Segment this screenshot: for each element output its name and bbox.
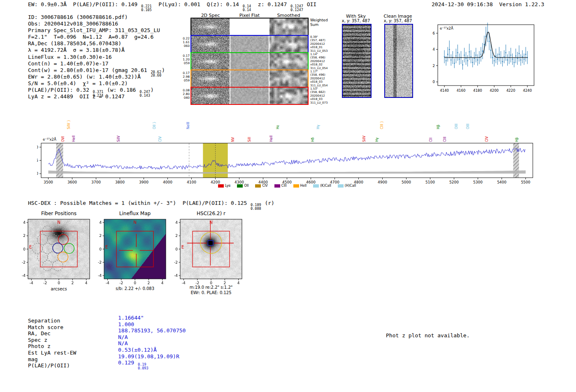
emission-line-label: HeII [269, 135, 273, 142]
cutout-image-smooth [269, 53, 308, 70]
data-point [499, 54, 500, 55]
cutout-row-left-values: 0.171.20059 [181, 54, 190, 65]
data-point [492, 57, 493, 58]
emission-line-label: OIII [455, 124, 458, 129]
emission-line-label: HeII [72, 135, 76, 142]
emission-line-label: OII } [153, 121, 156, 129]
cutout-image-smooth [269, 19, 308, 35]
x-tick-label: 4180 [473, 88, 482, 93]
match-table-label: P(LAE)/P(OII) [28, 362, 70, 369]
data-point [512, 59, 513, 60]
legend-item: CIII [274, 184, 287, 188]
y-tick-label: 10 [37, 145, 38, 149]
cutout-image-flat [230, 36, 269, 52]
info-line: RA,Dec (188.785034,56.070438) [28, 40, 165, 47]
data-point [474, 58, 475, 59]
stacked-uncertainty: 0.2470.143 [139, 90, 151, 97]
data-point [447, 54, 448, 55]
info-line: S/N = 5.0(±0.4) χ² = 1.0(±0.2) [28, 80, 165, 87]
y-tick-label: 2 [433, 64, 435, 68]
emission-line-label: Hγ [316, 125, 320, 129]
y-tick-label: 0 [99, 247, 102, 251]
emission-line-label: CII [429, 138, 433, 142]
info-line: Cont(w) = 2.80(±0.01)e-17 (gmag 20.61 20… [28, 67, 165, 74]
line-fit-zoom-plot: 4140416041804200422042400246e⁻¹⁷x2Å [426, 20, 538, 96]
data-point [462, 64, 463, 65]
match-table-label: Photo z [28, 343, 51, 349]
cutout-image-flat [230, 19, 269, 35]
fiber-circle [53, 243, 63, 253]
hsc_r-axes: -4-4-2-2002244NE [167, 216, 249, 294]
data-point [504, 56, 505, 58]
x-tick-label: 4140 [440, 88, 449, 93]
data-point [455, 56, 457, 57]
cutout-image-smooth [269, 70, 308, 87]
legend-item: HeII [293, 184, 307, 188]
data-point [497, 59, 498, 60]
x-tick-label: -4 [182, 281, 186, 285]
flux-units-annotation: e⁻¹⁷x2Å [440, 26, 453, 30]
emission-line-label: SiIV [362, 135, 366, 142]
y-tick-label: 4 [23, 220, 26, 225]
x-tick-label: 4200 [490, 88, 499, 93]
data-point [490, 50, 492, 51]
emission-line-label: SiIV [117, 135, 121, 142]
stacked-uncertainty: 0.12470.1247 [290, 5, 304, 12]
data-point [444, 56, 445, 58]
catalog-object-box [208, 241, 214, 246]
header-summary: EW: 0.9±0.3Å P(LAE)/P(OII): 0.149 0.2210… [28, 1, 316, 12]
y-tick-label: -2 [98, 260, 102, 264]
cutout-image-flat [230, 53, 269, 70]
photz-unavailable-note: Phot z plot not available. [386, 332, 470, 339]
aperture-circle [200, 232, 222, 253]
selection-box [193, 231, 230, 267]
x-tick-label: 4240 [523, 88, 532, 93]
plot-box [104, 219, 166, 279]
emission-line-label: Hβ [437, 125, 440, 129]
cutout-image-flat [230, 88, 269, 104]
info-line: EWr = 2.80(±0.65) (w: 1.40(±0.32))Å [28, 74, 165, 80]
stacked-uncertainty: 0.1890.088 [250, 203, 262, 210]
data-point [517, 58, 518, 59]
cutout-image-smooth [269, 88, 308, 104]
cutout-row [190, 87, 309, 105]
x-tick-label: 0 [210, 281, 212, 285]
cutout-row [190, 52, 309, 70]
fiber_positions-axes: -4-4-2-2002244NE [15, 216, 97, 294]
x-tick-label: 4 [237, 281, 240, 285]
legend-item: CIV [255, 184, 267, 188]
match-table-label: RA, Dec [28, 330, 51, 336]
hsc-match-header: HSC-DEX : Possible Matches = 1 (within +… [28, 200, 274, 210]
x-tick-label: 4220 [506, 88, 516, 93]
emission-line-label: OIII [466, 124, 470, 129]
emission-line-label: Hβ [515, 137, 519, 142]
full-spectrum-plot: 3500360037003800390040004100420043004400… [37, 108, 541, 186]
fiber-circle [37, 252, 48, 262]
match-table-value: 188.785193, 56.070750 [118, 327, 186, 334]
data-point [484, 44, 485, 45]
emission-line-label: Hε [276, 125, 280, 129]
legend-item: (H)CaII [338, 184, 356, 188]
match-table-label: Spec z [28, 337, 47, 343]
fiber-circle [64, 244, 74, 254]
cutout-row [190, 18, 309, 36]
cutout-row-left-values: 0.082.80040 [181, 88, 190, 100]
stacked-uncertainty: 20.6220.60 [150, 70, 162, 77]
fiber-circle [58, 234, 69, 245]
compass-north-label: N [133, 220, 136, 225]
emission-line-label: OVI [61, 136, 65, 142]
emission-line-label: CIV [485, 136, 489, 142]
selection-box [116, 231, 153, 267]
emission-line-label: NeIII [186, 122, 190, 129]
data-point [495, 56, 497, 57]
x-tick-label: 2 [147, 281, 150, 285]
x-tick-label: 4 [161, 281, 164, 285]
cutout-image-spec2d [191, 88, 230, 104]
data-point [518, 53, 520, 54]
x-tick-label: 2 [71, 281, 74, 285]
plot-box [28, 219, 90, 279]
withsky-image [342, 24, 372, 98]
y-tick-label: 4 [99, 220, 102, 225]
data-point [482, 51, 483, 52]
x-tick-label: 2 [223, 281, 226, 285]
